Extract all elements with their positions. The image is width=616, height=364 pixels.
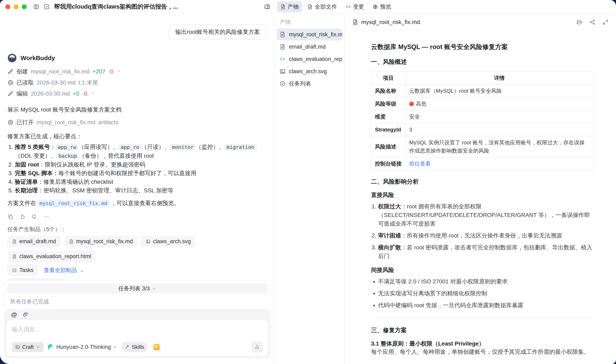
sidebar-item[interactable]: 任务列表 xyxy=(277,78,342,90)
attach-paperclip-icon[interactable] xyxy=(22,312,28,318)
thumbs-down-button[interactable] xyxy=(31,214,37,220)
indirect-risk-heading: 间接风险 xyxy=(371,266,593,274)
inline-code: app_rw xyxy=(56,144,78,151)
message-input[interactable]: 输入消息... Craft Hunyuan-2.0-Thinking Skill… xyxy=(7,320,268,356)
mail-plugin-button[interactable] xyxy=(152,342,161,352)
inline-code: migration xyxy=(224,144,256,151)
open-event-row[interactable]: 已打开mysql_root_risk_fix.mdartifacts xyxy=(7,118,267,126)
thumbs-up-button[interactable] xyxy=(19,214,26,220)
artifact-chip-label: email_draft.md xyxy=(19,238,56,245)
summary-point: 完整 SQL 脚本：每个账号的创建语句和权限授予都写好了，可以直接用 xyxy=(15,169,267,178)
tool-event-row[interactable]: 已读取2026-03-30.mdL1-末尾 xyxy=(7,79,267,86)
tool-event-row[interactable]: 创建mysql_root_risk_fix.md+207-0 xyxy=(7,68,267,75)
direct-risk-heading: 直接风险 xyxy=(371,191,593,199)
artifacts-sidebar: 产物 mysql_root_risk_fix.mdemail_draft.mdc… xyxy=(274,13,344,364)
eye-icon xyxy=(7,79,14,86)
globe-icon xyxy=(373,4,378,9)
file-reference-line: 方案文件在mysql_root_risk_fix.md，可以直接查看右侧预览。 xyxy=(7,199,267,207)
summary-intro: 修复方案已生成，核心要点： xyxy=(7,132,267,140)
image-icon xyxy=(279,68,286,74)
sidebar-item-label: claws_arch.svg xyxy=(289,68,327,75)
risk-level-dot xyxy=(409,102,414,106)
artifact-chip-label: claws_arch.svg xyxy=(153,238,191,245)
task-status-text: 所有任务已完成 xyxy=(7,293,267,309)
artifact-chip-label: claws_evaluation_report.html xyxy=(19,253,91,260)
list-item: 审计困难：所有操作均使用 root，无法区分操作者身份，出事后无法溯源 xyxy=(378,231,593,240)
summary-point: 长期治理：密码轮换、SSM 密钥管理、审计日志、SSL 加密等 xyxy=(15,186,267,195)
sidebar-expand-icon[interactable] xyxy=(33,4,40,10)
right-panel-tabs: 产物全部文件变更预览 xyxy=(274,0,616,13)
chev-icon xyxy=(113,345,117,349)
check-icon xyxy=(279,81,286,87)
mail-icon xyxy=(153,344,160,350)
list-item: 横向扩散：若 root 密码泄露，攻击者可完全控制数据库，包括删库、导出数据、植… xyxy=(378,243,593,260)
sidebar-header: 产物 xyxy=(277,15,342,28)
file-link[interactable]: mysql_root_risk_fix.md xyxy=(37,199,110,207)
table-row: StrategyId3 xyxy=(371,123,593,136)
desktop: 帮我用cloudq查询claws架构图的评估报告，... 输出root账号相关的… xyxy=(0,0,616,364)
file-icon xyxy=(279,44,286,50)
mode-select-button[interactable]: Craft xyxy=(12,342,43,352)
close-window-button[interactable] xyxy=(5,4,10,9)
artifact-chip[interactable]: claws_evaluation_report.html xyxy=(7,251,96,262)
mode-label: Craft xyxy=(22,344,34,350)
sidebar-item-label: claws_evaluation_repo... xyxy=(289,56,342,62)
minimize-window-button[interactable] xyxy=(14,4,18,9)
right-panel: 产物全部文件变更预览 产物 mysql_root_risk_fix.mdemai… xyxy=(274,0,616,364)
file-icon xyxy=(279,31,286,38)
tool-event-row[interactable]: 编辑2026-03-30.md+5-0 xyxy=(7,91,267,97)
document-header: mysql_root_risk_fix.md xyxy=(345,13,616,31)
tab-preview[interactable]: 预览 xyxy=(370,1,395,12)
sidebar-item-label: 任务列表 xyxy=(289,80,311,87)
list-item: 权限过大：root 拥有所有库表的全部权限（SELECT/INSERT/UPDA… xyxy=(378,202,593,228)
sidebar-item-label: mysql_root_risk_fix.md xyxy=(289,31,342,38)
tasks-chip[interactable]: Tasks xyxy=(7,265,38,276)
tasks-checkbox-icon[interactable] xyxy=(43,4,50,10)
model-select-button[interactable]: Hunyuan-2.0-Thinking xyxy=(47,343,117,351)
principle-heading: 3.1 整体原则：最小权限（Least Privilege） xyxy=(371,340,593,348)
sidebar-item[interactable]: email_draft.md xyxy=(277,41,342,53)
open-web-preview-button[interactable]: 打开网页预览 → xyxy=(7,278,65,281)
sidebar-item[interactable]: mysql_root_risk_fix.md xyxy=(277,28,342,40)
list-item: 不满足等保 2.0 / ISO 27001 对最小权限原则的要求 xyxy=(378,277,593,286)
copy-button[interactable] xyxy=(7,214,14,220)
artifact-chip[interactable]: claws_arch.svg xyxy=(141,236,195,247)
artifacts-label: 任务产生制品（5个）： xyxy=(7,226,267,233)
tab-changes[interactable]: 变更 xyxy=(342,1,367,12)
open-folder-icon[interactable] xyxy=(576,19,582,25)
zoom-window-button[interactable] xyxy=(22,4,27,9)
sidebar-item[interactable]: claws_arch.svg xyxy=(277,65,342,77)
tab-artifacts[interactable]: 产物 xyxy=(277,1,302,12)
tab-all-files[interactable]: 全部文件 xyxy=(304,1,340,12)
artifact-chip[interactable]: email_draft.md xyxy=(7,236,61,247)
tab-label: 预览 xyxy=(380,3,391,11)
inline-code: backup xyxy=(56,153,79,159)
principle-text: 每个应用、每个人、每种用途，单独创建账号，仅授予其完成工作所需的最小权限集。 xyxy=(371,348,593,356)
chev-icon xyxy=(116,68,121,73)
console-link[interactable]: 前往查看 xyxy=(409,161,431,167)
file-icon xyxy=(12,239,17,244)
document-filename: mysql_root_risk_fix.md xyxy=(361,19,420,26)
list-item: 无法实现读写分离场景下的精细化权限控制 xyxy=(378,289,593,298)
expand-icon[interactable] xyxy=(602,19,609,25)
more-button[interactable] xyxy=(43,214,49,220)
message-actions xyxy=(7,214,267,220)
model-label: Hunyuan-2.0-Thinking xyxy=(56,344,111,350)
view-all-artifacts-link[interactable]: 查看全部制品 → xyxy=(44,267,84,274)
task-list-bar[interactable]: 任务列表 3/3 xyxy=(7,284,267,293)
document-title: 云数据库 MySQL — root 账号安全风险修复方案 xyxy=(371,43,593,51)
artifact-chip-label: mysql_root_risk_fix.md xyxy=(76,238,133,245)
pencil-icon xyxy=(7,91,14,97)
panel-toggle-icon[interactable] xyxy=(264,4,270,10)
document-content[interactable]: 云数据库 MySQL — root 账号安全风险修复方案 一、风险概述 项目 详… xyxy=(345,31,616,364)
skills-button[interactable]: Skills xyxy=(121,342,148,352)
sidebar-item[interactable]: claws_evaluation_repo... xyxy=(277,53,342,65)
send-button[interactable] xyxy=(252,341,263,352)
mention-icon[interactable]: @ xyxy=(11,312,17,318)
chat-scroll-area[interactable]: 输出root账号相关的风险修复方案 WorkBuddy 创建mysql_root… xyxy=(0,13,274,281)
task-list-bar-label: 任务列表 3/3 xyxy=(118,285,150,292)
share-icon[interactable] xyxy=(589,19,595,25)
tab-label: 产物 xyxy=(288,3,299,11)
summary-point: 验证清单：修复后逐项确认的 checklist xyxy=(15,178,267,186)
artifact-chip[interactable]: mysql_root_risk_fix.md xyxy=(64,236,137,247)
